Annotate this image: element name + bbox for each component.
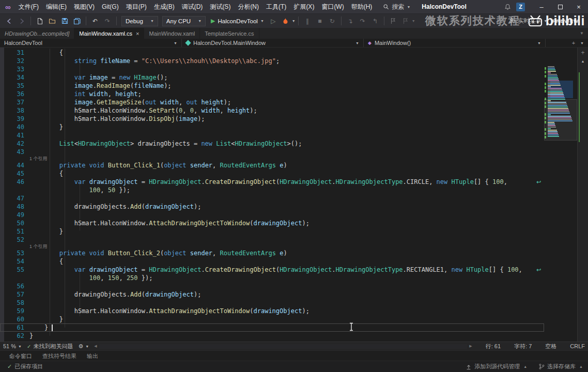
notifications-bell-icon[interactable] bbox=[504, 4, 511, 10]
code-line[interactable]: 31 { bbox=[0, 49, 544, 57]
navigate-forward-icon[interactable] bbox=[16, 16, 27, 27]
line-ending-indicator[interactable]: CRLF bbox=[570, 343, 585, 349]
code-line[interactable]: 37 image.GetImageSize(out width, out hei… bbox=[0, 98, 544, 106]
navigate-back-icon[interactable] bbox=[4, 16, 15, 27]
add-view-icon[interactable]: + bbox=[581, 49, 584, 56]
close-button[interactable]: × bbox=[569, 0, 588, 13]
step-into-icon[interactable]: ↴ bbox=[345, 16, 356, 27]
undo-icon[interactable]: ↶ bbox=[89, 16, 101, 27]
code-line[interactable]: 59 hSmart.HalconWindow.AttachDrawingObje… bbox=[0, 307, 544, 315]
menu-item-project[interactable]: 项目(P) bbox=[122, 0, 150, 13]
menu-item-test[interactable]: 测试(S) bbox=[206, 0, 234, 13]
tab-templateservice-cs[interactable]: TemplateService.cs bbox=[200, 28, 259, 39]
code-line[interactable]: 60 } bbox=[0, 315, 544, 323]
menu-item-analyze[interactable]: 分析(N) bbox=[234, 0, 262, 13]
code-line[interactable]: 43 bbox=[0, 148, 544, 156]
code-line[interactable]: 44 private void Button_Click_1(object se… bbox=[0, 161, 544, 169]
solution-configuration-dropdown[interactable]: Debug ▼ bbox=[121, 16, 158, 26]
code-line[interactable]: 50 hSmart.HalconWindow.AttachDrawingObje… bbox=[0, 219, 544, 227]
breadcrumb-member-dropdown[interactable]: ◆ MainWindow() ▼ bbox=[364, 39, 546, 47]
code-line[interactable]: 32 string fileName = "C:\\Users\\zhouh\\… bbox=[0, 57, 544, 65]
save-icon[interactable] bbox=[59, 16, 70, 27]
code-line[interactable]: 41 bbox=[0, 131, 544, 140]
code-line[interactable]: 53 private void Button_Click_2(object se… bbox=[0, 249, 544, 257]
search-box[interactable]: 搜索 ▼ bbox=[383, 3, 410, 11]
editor-actions-icon[interactable]: ⚙▼ bbox=[78, 343, 89, 350]
panel-tab-find-symbol-results[interactable]: 查找符号结果 bbox=[37, 351, 82, 361]
panel-tab-output[interactable]: 输出 bbox=[82, 351, 103, 361]
account-avatar[interactable]: Z bbox=[516, 3, 525, 11]
panel-tab-command-window[interactable]: 命令窗口 bbox=[4, 351, 37, 361]
live-share-button[interactable]: 实时共享 ▼ bbox=[509, 17, 547, 25]
code-line[interactable]: 47 bbox=[0, 194, 544, 203]
codelens-row[interactable]: 1 个引用 bbox=[0, 244, 544, 249]
code-line[interactable]: 38 hSmart.HalconWindow.SetPart(0, 0, wid… bbox=[0, 106, 544, 115]
code-lines[interactable]: 31 {32 string fileName = "C:\\Users\\zho… bbox=[0, 48, 544, 342]
code-line[interactable]: 58 bbox=[0, 299, 544, 307]
code-line[interactable]: 39 hSmart.HalconWindow.DispObj(image); bbox=[0, 115, 544, 123]
menu-item-view[interactable]: 视图(V) bbox=[70, 0, 98, 13]
code-editor[interactable]: 31 {32 string fileName = "C:\\Users\\zho… bbox=[0, 48, 588, 342]
tab-hdrawingobject-decompiled[interactable]: HDrawingOb...ecompiled] bbox=[0, 28, 74, 39]
scroll-left-icon[interactable]: ◀ bbox=[94, 344, 97, 348]
menu-item-window[interactable]: 窗口(W) bbox=[318, 0, 347, 13]
menu-item-build[interactable]: 生成(B) bbox=[150, 0, 178, 13]
minimap-viewport[interactable] bbox=[544, 99, 577, 141]
start-debugging-button[interactable]: ▶ HalconDevTool ▼ bbox=[208, 16, 267, 27]
new-file-icon[interactable] bbox=[34, 16, 45, 27]
code-line[interactable]: 33 bbox=[0, 65, 544, 73]
save-all-icon[interactable] bbox=[71, 16, 83, 27]
tab-overflow-icon[interactable]: ▼ bbox=[580, 28, 588, 39]
toolbar-overflow-icon[interactable]: ▼ bbox=[412, 19, 415, 23]
code-line[interactable]: 49 bbox=[0, 211, 544, 219]
indentation-indicator[interactable]: 空格 bbox=[545, 343, 556, 350]
menu-item-tools[interactable]: 工具(T) bbox=[262, 0, 290, 13]
column-indicator[interactable]: 字符: 7 bbox=[514, 343, 532, 350]
codelens-row[interactable]: 1 个引用 bbox=[0, 156, 544, 161]
restart-icon[interactable]: ↻ bbox=[327, 16, 338, 27]
code-line[interactable]: 35 image.ReadImage(fileName); bbox=[0, 82, 544, 90]
add-to-source-control-button[interactable]: 添加到源代码管理 ▲ bbox=[466, 363, 527, 370]
code-line[interactable]: 48 drawingObjects.Add(drawingObject); bbox=[0, 203, 544, 211]
minimize-button[interactable]: – bbox=[532, 0, 551, 13]
split-window-icon[interactable]: + bbox=[572, 40, 575, 46]
code-line[interactable]: 34 var image = new HImage(); bbox=[0, 73, 544, 82]
maximize-button[interactable] bbox=[551, 0, 569, 13]
code-line[interactable]: 57 drawingObjects.Add(drawingObject); bbox=[0, 290, 544, 299]
code-line[interactable]: 46 var drawingObject = HDrawingObject.Cr… bbox=[0, 178, 544, 186]
code-line[interactable]: 63 bbox=[0, 340, 544, 342]
breadcrumb-project-dropdown[interactable]: HalconDevTool ▼ bbox=[0, 39, 182, 47]
code-line[interactable]: 62} bbox=[0, 332, 544, 340]
code-line[interactable]: 54 { bbox=[0, 257, 544, 266]
hot-reload-icon[interactable] bbox=[280, 16, 291, 27]
editor-options-icon[interactable]: ▼ bbox=[580, 41, 584, 45]
select-repository-button[interactable]: 选择存储库 ▲ bbox=[538, 363, 583, 370]
open-file-icon[interactable] bbox=[47, 16, 58, 27]
stop-icon[interactable]: ■ bbox=[314, 16, 326, 27]
code-line[interactable]: 36 int width, height; bbox=[0, 90, 544, 98]
code-line[interactable]: 100, 150, 250 }); bbox=[0, 274, 544, 282]
code-line[interactable]: 56 bbox=[0, 282, 544, 290]
document-health-indicator[interactable]: ✓ 未找到相关问题 bbox=[27, 343, 73, 350]
code-line[interactable]: 100, 50 }); bbox=[0, 186, 544, 194]
code-line[interactable]: 40 } bbox=[0, 123, 544, 131]
bookmark-icon[interactable] bbox=[388, 16, 399, 27]
pause-icon[interactable]: ∥ bbox=[302, 16, 313, 27]
tab-mainwindow-xaml[interactable]: MainWindow.xaml bbox=[144, 28, 200, 39]
tab-mainwindow-xaml-cs[interactable]: MainWindow.xaml.cs× bbox=[74, 28, 144, 39]
solution-platform-dropdown[interactable]: Any CPU ▼ bbox=[162, 16, 206, 26]
breadcrumb-type-dropdown[interactable]: HalconDevTool.MainWindow ▼ bbox=[182, 39, 364, 47]
menu-item-extensions[interactable]: 扩展(X) bbox=[290, 0, 318, 13]
code-line[interactable]: 42 List<HDrawingObject> drawingObjects =… bbox=[0, 140, 544, 148]
vertical-scrollbar-strip[interactable]: + ▲ bbox=[577, 48, 588, 342]
step-out-icon[interactable]: ↰ bbox=[369, 16, 381, 27]
code-line[interactable]: 45 { bbox=[0, 169, 544, 178]
code-line[interactable]: 52 bbox=[0, 236, 544, 244]
zoom-control[interactable]: 51 % ▼ bbox=[3, 343, 22, 349]
close-tab-icon[interactable]: × bbox=[136, 30, 139, 37]
code-line[interactable]: 61 } bbox=[0, 323, 544, 332]
menu-item-help[interactable]: 帮助(H) bbox=[348, 0, 376, 13]
menu-item-git[interactable]: Git(G) bbox=[98, 0, 122, 13]
menu-item-file[interactable]: 文件(F) bbox=[15, 0, 42, 13]
minimap-scrollbar[interactable] bbox=[544, 48, 577, 342]
